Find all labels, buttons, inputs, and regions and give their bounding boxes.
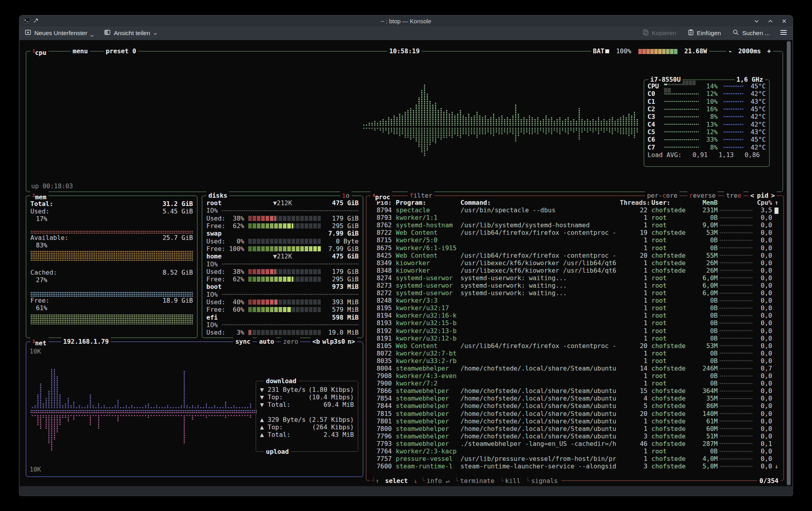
process-command: /home/chofstede/.local/share/Steam/ubunt… [460,410,620,417]
process-row[interactable]: 8194kworker/u32:16-k1root0B0,0 [367,312,783,319]
kill-action[interactable]: kill [505,477,520,485]
copy-button[interactable]: Kopieren [643,29,676,37]
mem-stat-label: Used: [30,208,49,215]
hamburger-menu-button[interactable] [780,30,787,37]
close-button[interactable] [781,18,787,24]
scroll-indicator[interactable]: ↓ [772,462,781,470]
leader-dots [719,398,752,399]
command-header[interactable]: Command: [460,199,620,206]
info-action[interactable]: info ↵ [427,477,449,485]
search-button[interactable]: Suchen ... [733,29,770,37]
process-pid: 8794 [370,206,392,214]
process-row[interactable]: 8035kworker/u33:2-rb1root0B0,0 [367,357,783,365]
terminate-action[interactable]: terminate [460,477,494,485]
process-row[interactable]: 8425Web Content/usr/lib64/firefox/firefo… [367,252,783,259]
net-box-title[interactable]: 3net [30,337,49,347]
scroll-up-indicator[interactable]: ↑ [772,199,781,206]
process-row[interactable]: 8193kworker/u32:15-b1root0B0,0 [367,319,783,327]
process-row[interactable]: 8349kioworker/usr/libexec/kf6/kioworker … [367,259,783,267]
process-row[interactable]: 7757pressure-vessel/usr/lib/pressure-ves… [367,455,783,462]
disk-usage-value: 179 GiB [325,215,359,222]
process-row[interactable]: 8715kworker/5:01root0B0,0 [367,236,783,244]
process-row[interactable]: 8191kworker/u32:12-b1root0B0,0 [367,335,783,342]
terminal-scrollbar[interactable] [786,41,791,485]
per-core-toggle[interactable]: per-core [645,191,679,200]
scroll-indicator[interactable] [772,206,781,214]
process-row[interactable]: 7796steamwebhelper/home/chofstede/.local… [367,432,783,440]
core-temp-graph [723,146,744,148]
process-row[interactable]: 7600steam-runtime-lsteam-runtime-launche… [367,462,783,470]
filter-button[interactable]: filter [408,191,434,200]
process-row[interactable]: 8722Web Content/usr/lib64/firefox/firefo… [367,229,783,236]
terminal[interactable]: 1cpu menu preset 0 10:58:19 BAT 100% 21.… [20,40,792,486]
preset-button[interactable]: preset 0 [104,47,138,55]
process-row[interactable]: 7854steamwebhelper/home/chofstede/.local… [367,395,783,402]
update-interval: - 2000ms + [726,47,773,55]
process-row[interactable]: 7801steamwebhelper/home/chofstede/.local… [367,417,783,425]
process-row[interactable]: 8195kworker/u32:171root0B0,0 [367,304,783,312]
process-row[interactable]: 8348kioworker/usr/libexec/kf6/kioworker … [367,267,783,274]
io-mode-button[interactable]: io [340,191,352,200]
process-row[interactable]: 7844steamwebhelper/home/chofstede/.local… [367,402,783,410]
scrollbar-thumb[interactable] [787,41,791,485]
process-row[interactable]: 7815steamwebhelper/home/chofstede/.local… [367,410,783,417]
threads-header[interactable]: Threads: [620,199,647,206]
memb-header[interactable]: MemB [696,199,718,206]
interval-increase-button[interactable]: + [767,47,771,55]
sort-column-selector[interactable]: <pid> [748,191,777,200]
process-cpu-pct: 0,0 [754,312,772,319]
process-row[interactable]: 8072kworker/u32:7-bt1root0B0,0 [367,350,783,357]
user-header[interactable]: User: [651,199,696,206]
interface-selector[interactable]: <bwlp3s0n> [311,337,357,346]
cpu-box-title[interactable]: 1cpu [30,47,49,57]
process-row[interactable]: 7764kworker/2:3-kacp1root0B0,0 [367,447,783,455]
split-view-button[interactable]: Ansicht teilen [104,29,157,37]
process-row[interactable]: 7908kworker/4:3-even1root0B0,0 [367,372,783,380]
disks-box-title[interactable]: disks [206,191,229,200]
auto-toggle[interactable]: auto [257,337,276,346]
reverse-toggle[interactable]: reverse [687,191,718,200]
cpu-header[interactable]: Cpu% [754,199,772,206]
disk-usage-pct: 60% [227,306,244,313]
process-row[interactable]: 8762systemd-hostnam/usr/lib/systemd/syst… [367,221,783,229]
process-row[interactable]: 8274systemd-userworsystemd-userwork: wai… [367,274,783,282]
zero-toggle[interactable]: zero [281,337,300,346]
process-cpu-pct: 0,0 [754,267,772,274]
process-row[interactable]: 8794spectacle/usr/bin/spectacle --dbus22… [367,206,783,214]
mem-box-title[interactable]: 2mem [30,191,49,201]
process-threads: 5 [620,402,647,410]
disk-name: swap [206,230,222,237]
paste-button[interactable]: Einfügen [688,29,721,37]
process-row[interactable]: 7900kworker/7:21root0B0,0 [367,380,783,387]
process-row[interactable]: 7793steamwebhelper./steamwebhelper -lang… [367,440,783,447]
proc-scrollbar-thumb[interactable] [775,208,778,214]
menu-button[interactable]: menu [71,47,90,55]
battery-meter-block [650,49,654,54]
pin-icon[interactable] [33,18,39,24]
minimize-button[interactable] [754,18,760,24]
process-threads: 22 [620,206,647,214]
process-row[interactable]: 8248kworker/3:31root0B0,0 [367,297,783,304]
process-row[interactable]: 8675kworker/6:1-i9151root0B0,0 [367,244,783,251]
select-action[interactable]: select [385,477,408,485]
titlebar[interactable]: ~ : btop — Konsole [19,15,793,26]
maximize-button[interactable] [767,18,773,24]
process-row[interactable]: 7866steamwebhelper/home/chofstede/.local… [367,387,783,395]
new-tab-button[interactable]: Neues Unterfenster [25,28,94,39]
process-row[interactable]: 8004steamwebhelper/home/chofstede/.local… [367,365,783,372]
process-row[interactable]: 7800steamwebhelper/home/chofstede/.local… [367,425,783,432]
cpu-core-row: C110%43°C [644,98,769,105]
process-row[interactable]: 8272systemd-userworsystemd-userwork: wai… [367,289,783,297]
signals-action[interactable]: signals [531,477,558,485]
process-threads: 1 [620,259,647,267]
process-row[interactable]: 8273systemd-userworsystemd-userwork: wai… [367,282,783,289]
process-program: steamwebhelper [396,395,457,402]
proc-box-title[interactable]: 4proc [370,191,392,201]
tree-toggle[interactable]: tree [724,191,743,200]
process-row[interactable]: 8793kworker/1:11root0B0,0 [367,214,783,221]
interval-decrease-button[interactable]: - [728,47,732,55]
program-header[interactable]: Program: [396,199,457,206]
sync-toggle[interactable]: sync [233,337,253,346]
process-row[interactable]: 8105Web Content/usr/lib64/firefox/firefo… [367,342,783,350]
process-row[interactable]: 8192kworker/u32:13-b1root0B0,0 [367,327,783,335]
